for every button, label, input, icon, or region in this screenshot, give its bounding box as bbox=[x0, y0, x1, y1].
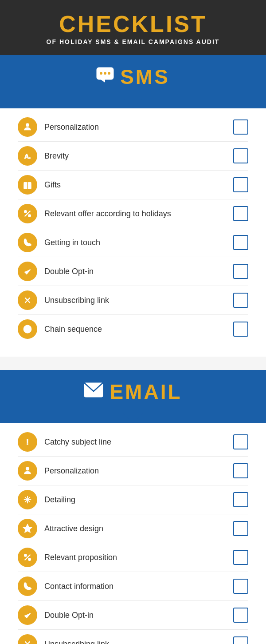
svg-point-1 bbox=[100, 72, 102, 75]
svg-point-11 bbox=[28, 215, 31, 217]
checklist-item: Attractive design bbox=[18, 514, 248, 543]
svg-point-26 bbox=[28, 558, 31, 561]
email-personalization-checkbox[interactable] bbox=[233, 463, 248, 478]
sms-unsubscribing-label: Unsubscribing link bbox=[44, 296, 233, 305]
svg-point-2 bbox=[104, 72, 106, 75]
email-banner-arrow bbox=[123, 413, 143, 423]
page-title: CHECKLIST bbox=[9, 12, 257, 36]
sms-double-optin-label: Double Opt-in bbox=[44, 267, 233, 276]
section-gap bbox=[0, 357, 266, 370]
sms-getting-in-touch-checkbox[interactable] bbox=[233, 235, 248, 250]
checklist-item: Unsubscribing link bbox=[18, 630, 248, 644]
checklist-item: Double Opt-in bbox=[18, 257, 248, 286]
checklist-item: Chain sequence bbox=[18, 315, 248, 343]
email-double-optin-icon bbox=[18, 605, 37, 625]
email-catchy-subject-icon: ! bbox=[18, 432, 37, 452]
email-contact-information-icon bbox=[18, 576, 37, 596]
email-relevant-proposition-icon bbox=[18, 548, 37, 567]
svg-point-19 bbox=[26, 467, 29, 470]
checklist-item: Detailing bbox=[18, 485, 248, 514]
email-section-title: EMAIL bbox=[110, 380, 182, 404]
email-attractive-design-icon bbox=[18, 519, 37, 538]
email-unsubscribing-label: Unsubscribing link bbox=[44, 640, 233, 644]
sms-getting-in-touch-icon bbox=[18, 233, 37, 252]
email-double-optin-checkbox[interactable] bbox=[233, 608, 248, 623]
checklist-item: Contact information bbox=[18, 572, 248, 601]
checklist-item: Relevant offer according to holidays bbox=[18, 199, 248, 228]
svg-marker-24 bbox=[23, 525, 31, 532]
checklist-item: Getting in touch bbox=[18, 228, 248, 257]
checklist-item: Gifts bbox=[18, 171, 248, 199]
email-attractive-design-checkbox[interactable] bbox=[233, 521, 248, 536]
svg-text:!: ! bbox=[26, 438, 29, 446]
sms-personalization-checkbox[interactable] bbox=[233, 119, 248, 135]
email-personalization-label: Personalization bbox=[44, 466, 233, 476]
checklist-item: Personalization bbox=[18, 113, 248, 142]
sms-icon bbox=[96, 67, 114, 87]
sms-unsubscribing-icon bbox=[18, 290, 37, 310]
email-catchy-subject-checkbox[interactable] bbox=[233, 434, 248, 449]
email-section-banner: EMAIL bbox=[0, 370, 266, 423]
email-relevant-proposition-label: Relevant proposition bbox=[44, 553, 233, 562]
email-detailing-icon bbox=[18, 490, 37, 509]
page-header: CHECKLIST OF HOLIDAY SMS & EMAIL CAMPAIG… bbox=[0, 0, 266, 55]
sms-relevant-offer-label: Relevant offer according to holidays bbox=[44, 209, 233, 219]
sms-section-banner: SMS bbox=[0, 55, 266, 108]
email-attractive-design-label: Attractive design bbox=[44, 524, 233, 533]
email-personalization-icon bbox=[18, 461, 37, 481]
checklist-item: !Catchy subject line bbox=[18, 428, 248, 457]
email-checklist: !Catchy subject linePersonalizationDetai… bbox=[0, 423, 266, 644]
email-unsubscribing-icon bbox=[18, 634, 37, 644]
svg-point-5 bbox=[26, 123, 29, 127]
sms-section-title: SMS bbox=[120, 65, 170, 89]
email-contact-information-checkbox[interactable] bbox=[233, 579, 248, 594]
sms-personalization-label: Personalization bbox=[44, 123, 233, 132]
sms-banner-arrow bbox=[123, 99, 143, 108]
sms-gifts-checkbox[interactable] bbox=[233, 177, 248, 192]
sms-gifts-icon bbox=[18, 175, 37, 195]
email-catchy-subject-label: Catchy subject line bbox=[44, 437, 233, 447]
sms-chain-sequence-label: Chain sequence bbox=[44, 325, 233, 334]
email-unsubscribing-checkbox[interactable] bbox=[233, 636, 248, 644]
sms-double-optin-checkbox[interactable] bbox=[233, 264, 248, 279]
email-double-optin-label: Double Opt-in bbox=[44, 611, 233, 620]
sms-chain-sequence-checkbox[interactable] bbox=[233, 322, 248, 337]
sms-chain-sequence-icon bbox=[18, 319, 37, 339]
sms-brevity-label: Brevity bbox=[44, 151, 233, 161]
checklist-item: Relevant proposition bbox=[18, 543, 248, 572]
sms-personalization-icon bbox=[18, 117, 37, 137]
sms-checklist: PersonalizationA.Brevity GiftsRelevant o… bbox=[0, 108, 266, 357]
svg-point-3 bbox=[108, 72, 110, 75]
sms-unsubscribing-checkbox[interactable] bbox=[233, 293, 248, 308]
checklist-item: A.Brevity bbox=[18, 142, 248, 171]
sms-relevant-offer-icon bbox=[18, 204, 37, 223]
svg-text:A.: A. bbox=[24, 153, 31, 160]
email-detailing-label: Detailing bbox=[44, 495, 233, 505]
checklist-item: Unsubscribing link bbox=[18, 286, 248, 315]
svg-point-10 bbox=[24, 211, 27, 213]
sms-getting-in-touch-label: Getting in touch bbox=[44, 238, 233, 247]
page-subtitle: OF HOLIDAY SMS & EMAIL CAMPAIGNS AUDIT bbox=[9, 38, 257, 45]
sms-brevity-checkbox[interactable] bbox=[233, 148, 248, 163]
checklist-item: Double Opt-in bbox=[18, 601, 248, 630]
checklist-item: Personalization bbox=[18, 457, 248, 485]
svg-point-25 bbox=[24, 554, 27, 557]
sms-relevant-offer-checkbox[interactable] bbox=[233, 206, 248, 221]
svg-marker-4 bbox=[101, 80, 105, 83]
email-icon bbox=[84, 382, 103, 402]
email-detailing-checkbox[interactable] bbox=[233, 492, 248, 507]
sms-double-optin-icon bbox=[18, 262, 37, 281]
email-contact-information-label: Contact information bbox=[44, 582, 233, 591]
email-relevant-proposition-checkbox[interactable] bbox=[233, 550, 248, 565]
sms-brevity-icon: A. bbox=[18, 146, 37, 166]
sms-gifts-label: Gifts bbox=[44, 180, 233, 190]
